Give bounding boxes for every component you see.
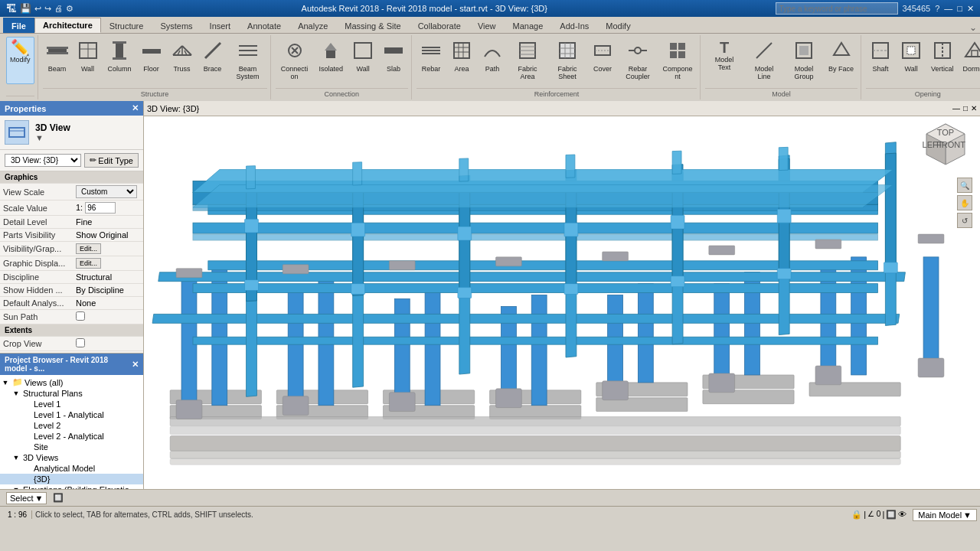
brace-button[interactable]: Brace xyxy=(198,37,227,84)
tree-level1-analytical[interactable]: Level 1 - Analytical xyxy=(0,409,143,420)
path-button[interactable]: Path xyxy=(478,37,507,84)
project-browser-tree[interactable]: ▼ 📁 Views (all) ▼ Structural Plans Level… xyxy=(0,375,143,489)
tab-massing[interactable]: Massing & Site xyxy=(336,18,409,33)
tree-level1[interactable]: Level 1 xyxy=(0,399,143,409)
tree-site[interactable]: Site xyxy=(0,442,143,452)
view-type-dropdown[interactable]: ▼ xyxy=(35,133,70,142)
tab-view[interactable]: View xyxy=(469,18,505,33)
tab-architecture[interactable]: Architecture xyxy=(34,18,101,33)
tab-collaborate[interactable]: Collaborate xyxy=(410,18,469,33)
vertical-button[interactable]: Vertical xyxy=(927,37,958,84)
model-group-button[interactable]: Model Group xyxy=(785,37,823,84)
structural-plans-label: Structural Plans xyxy=(23,389,83,398)
isolated-icon xyxy=(320,40,341,64)
fabric-sheet-button[interactable]: Fabric Sheet xyxy=(548,37,586,84)
scale-input[interactable] xyxy=(85,202,116,214)
tab-annotate[interactable]: Annotate xyxy=(239,18,289,33)
truss-button[interactable]: Truss xyxy=(168,37,197,84)
properties-close[interactable]: ✕ xyxy=(132,103,139,113)
navigation-wheel[interactable]: 🔍 ✋ ↺ xyxy=(957,178,972,228)
maximize-btn[interactable]: □ xyxy=(957,4,962,13)
nav-zoom[interactable]: 🔍 xyxy=(957,178,972,193)
view-type-select[interactable]: 3D View: {3D} xyxy=(5,154,81,167)
elevations-expand[interactable]: ▼ xyxy=(11,486,21,489)
structural-expand-icon[interactable]: ▼ xyxy=(11,390,21,397)
nav-orbit[interactable]: ↺ xyxy=(957,213,972,228)
close-btn[interactable]: ✕ xyxy=(967,4,974,14)
tab-addins[interactable]: Add-Ins xyxy=(551,18,597,33)
dormer-button[interactable]: Dormer xyxy=(959,37,980,84)
tab-file[interactable]: File xyxy=(3,18,34,33)
rebar-coupler-button[interactable]: Rebar Coupler xyxy=(619,37,657,84)
viewport-min[interactable]: — xyxy=(952,104,960,112)
connection-button[interactable]: Connection xyxy=(276,37,314,84)
wall-open-button[interactable]: Wall xyxy=(897,37,926,84)
modify-button[interactable]: ✏️ Modify xyxy=(6,37,34,84)
beam-system-button[interactable]: Beam System xyxy=(229,37,267,84)
tree-structural-plans[interactable]: ▼ Structural Plans xyxy=(0,388,143,399)
area-button[interactable]: Area xyxy=(447,37,476,84)
isolated-button[interactable]: Isolated xyxy=(315,37,348,84)
select-dropdown[interactable]: Select ▼ xyxy=(6,492,47,504)
browser-close[interactable]: ✕ xyxy=(132,360,139,370)
settings-btn[interactable]: ⚙ xyxy=(66,4,74,14)
undo-btn[interactable]: ↩ xyxy=(34,4,41,14)
workset-icon[interactable]: 🔲 xyxy=(886,510,897,520)
tree-elevations[interactable]: ▼ Elevations (Building Elevatio... xyxy=(0,484,143,489)
column-button[interactable]: Column xyxy=(104,37,136,84)
visibility-edit-btn[interactable]: Edit... xyxy=(76,243,101,254)
tree-level2-analytical[interactable]: Level 2 - Analytical xyxy=(0,431,143,442)
tab-analyze[interactable]: Analyze xyxy=(289,18,336,33)
tab-modify[interactable]: Modify xyxy=(597,18,639,33)
beam-button[interactable]: Beam xyxy=(43,37,72,84)
tree-3d-views[interactable]: ▼ 3D Views xyxy=(0,452,143,463)
crop-view-checkbox[interactable] xyxy=(76,338,85,347)
quick-access-toolbar[interactable]: 🏗 💾 ↩ ↪ 🖨 ⚙ xyxy=(6,2,74,15)
search-input[interactable] xyxy=(776,2,898,15)
tree-views-all[interactable]: ▼ 📁 Views (all) xyxy=(0,377,143,388)
3d-expand-icon[interactable]: ▼ xyxy=(11,454,21,461)
tab-manage[interactable]: Manage xyxy=(505,18,552,33)
redo-btn[interactable]: ↪ xyxy=(44,4,51,14)
fabric-area-button[interactable]: Fabric Area xyxy=(508,37,547,84)
viewcube[interactable]: FRONT TOP LEFT xyxy=(919,120,972,174)
sun-path-checkbox[interactable] xyxy=(76,311,85,321)
svg-marker-124 xyxy=(193,184,893,207)
edit-type-button[interactable]: ✏ Edit Type xyxy=(84,153,139,168)
tree-analytical-model[interactable]: Analytical Model xyxy=(0,463,143,474)
wall-found-button[interactable]: Wall xyxy=(348,37,377,84)
viewport[interactable]: 3D View: {3D} — □ ✕ xyxy=(144,101,980,489)
ribbon-options[interactable]: ⌄ xyxy=(969,22,977,33)
discipline-label: Discipline xyxy=(0,271,73,284)
model-selector[interactable]: Main Model ▼ xyxy=(913,509,977,521)
model-text-button[interactable]: T Model Text xyxy=(705,37,743,84)
viewport-close[interactable]: ✕ xyxy=(971,104,977,112)
minimize-btn[interactable]: — xyxy=(944,4,952,13)
save-btn[interactable]: 💾 xyxy=(20,3,31,14)
viewport-max[interactable]: □ xyxy=(963,104,968,112)
shaft-button[interactable]: Shaft xyxy=(866,37,895,84)
view-scale-select[interactable]: Custom xyxy=(76,185,137,198)
graphic-display-btn[interactable]: Edit... xyxy=(76,258,101,269)
tab-systems[interactable]: Systems xyxy=(152,18,201,33)
wall-icon xyxy=(77,40,99,64)
wall-button[interactable]: Wall xyxy=(74,37,103,84)
tab-insert[interactable]: Insert xyxy=(201,18,240,33)
floor-button[interactable]: Floor xyxy=(137,37,166,84)
visibility-icon[interactable]: 👁 xyxy=(898,510,906,520)
by-face-button[interactable]: By Face xyxy=(825,37,858,84)
model-line-button[interactable]: Model Line xyxy=(745,37,783,84)
svg-rect-157 xyxy=(351,284,365,295)
tree-level2[interactable]: Level 2 xyxy=(0,420,143,431)
nav-pan[interactable]: ✋ xyxy=(957,195,972,210)
component-button[interactable]: Component xyxy=(658,37,697,84)
expand-icon[interactable]: ▼ xyxy=(0,379,11,386)
rebar-button[interactable]: Rebar xyxy=(416,37,446,84)
lock-icon[interactable]: 🔒 xyxy=(851,510,862,520)
slab-button[interactable]: Slab xyxy=(379,37,408,84)
tree-3d[interactable]: {3D} xyxy=(0,474,143,484)
cover-button[interactable]: Cover xyxy=(588,37,617,84)
help-icon[interactable]: ? xyxy=(935,4,939,13)
tab-structure[interactable]: Structure xyxy=(101,18,152,33)
print-btn[interactable]: 🖨 xyxy=(54,4,63,13)
